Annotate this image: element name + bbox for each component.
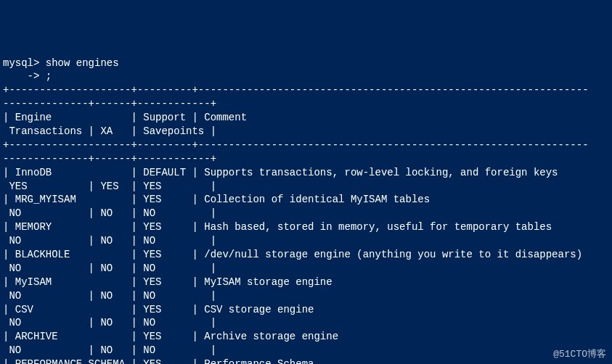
prompt-line-2: -> ; [3, 70, 52, 82]
table-row: | MRG_MYISAM | YES | Collection of ident… [3, 194, 430, 205]
table-row: NO | NO | NO | [3, 317, 216, 328]
table-row: | BLACKHOLE | YES | /dev/null storage en… [3, 249, 582, 260]
table-row: NO | NO | NO | [3, 262, 216, 274]
watermark: @51CTO博客 [553, 348, 606, 361]
table-row: | PERFORMANCE_SCHEMA | YES | Performance… [3, 358, 314, 364]
divider-top: +--------------------+---------+--------… [3, 139, 589, 151]
divider-mid: --------------+------+------------+ [3, 98, 216, 109]
header-line-1: | Engine | Support | Comment [3, 112, 247, 123]
table-row: NO | NO | NO | [3, 207, 216, 219]
prompt-line-1: mysql> show engines [3, 57, 119, 69]
table-row: | InnoDB | DEFAULT | Supports transactio… [3, 167, 558, 178]
divider-top: +--------------------+---------+--------… [3, 84, 589, 96]
table-row: | MyISAM | YES | MyISAM storage engine [3, 276, 332, 288]
table-row: NO | NO | NO | [3, 290, 216, 302]
table-row: | ARCHIVE | YES | Archive storage engine [3, 331, 338, 342]
terminal-output[interactable]: mysql> show engines -> ; +--------------… [3, 57, 609, 364]
table-row: NO | NO | NO | [3, 235, 216, 247]
header-line-2: Transactions | XA | Savepoints | [3, 125, 216, 137]
table-row: YES | YES | YES | [3, 181, 216, 192]
table-row: | MEMORY | YES | Hash based, stored in m… [3, 221, 552, 233]
table-row: | CSV | YES | CSV storage engine [3, 304, 314, 315]
table-row: NO | NO | NO | [3, 344, 216, 356]
divider-mid: --------------+------+------------+ [3, 153, 216, 165]
